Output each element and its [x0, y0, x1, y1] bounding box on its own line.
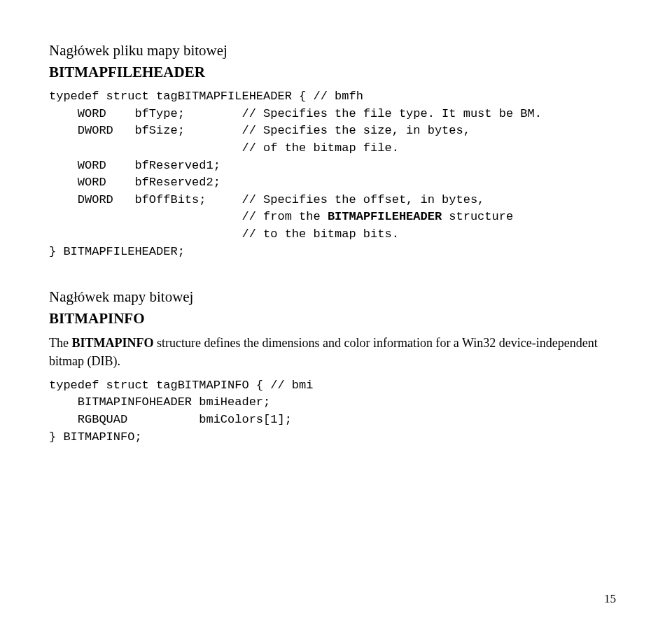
code-line: DWORD bfSize; // Specifies the size, in … — [49, 124, 470, 137]
subheading-bitmapinfo: BITMAPINFO — [49, 310, 623, 327]
subheading-bitmapfileheader: BITMAPFILEHEADER — [49, 64, 623, 81]
section-bitmapinfo: Nagłówek mapy bitowej BITMAPINFO The BIT… — [49, 288, 623, 446]
code-line: typedef struct tagBITMAPINFO { // bmi — [49, 379, 313, 392]
section-bitmapfileheader: Nagłówek pliku mapy bitowej BITMAPFILEHE… — [49, 42, 623, 260]
code-line: typedef struct tagBITMAPFILEHEADER { // … — [49, 90, 363, 103]
heading-map-header: Nagłówek mapy bitowej — [49, 288, 623, 306]
code-line-suffix: structure — [442, 210, 513, 223]
code-line: } BITMAPFILEHEADER; — [49, 245, 185, 258]
code-line: WORD bfType; // Specifies the file type.… — [49, 107, 542, 120]
code-line: WORD bfReserved2; — [49, 176, 220, 189]
code-line: BITMAPINFOHEADER bmiHeader; — [49, 395, 270, 409]
code-block-bitmapfileheader: typedef struct tagBITMAPFILEHEADER { // … — [49, 88, 623, 260]
code-block-bitmapinfo: typedef struct tagBITMAPINFO { // bmi BI… — [49, 377, 623, 446]
para-prefix: The — [49, 336, 71, 350]
code-line: // to the bitmap bits. — [49, 227, 399, 241]
code-line: WORD bfReserved1; — [49, 159, 220, 172]
code-line: RGBQUAD bmiColors[1]; — [49, 413, 292, 426]
code-line: DWORD bfOffBits; // Specifies the offset… — [49, 193, 484, 206]
code-line-prefix: // from the — [49, 210, 328, 223]
heading-file-header: Nagłówek pliku mapy bitowej — [49, 42, 623, 59]
para-bold: BITMAPINFO — [71, 336, 153, 350]
code-line: } BITMAPINFO; — [49, 430, 142, 444]
page-number: 15 — [604, 592, 616, 606]
code-bold-word: BITMAPFILEHEADER — [328, 210, 442, 223]
code-line: // of the bitmap file. — [49, 141, 399, 155]
paragraph-bitmapinfo: The BITMAPINFO structure defines the dim… — [49, 334, 623, 369]
